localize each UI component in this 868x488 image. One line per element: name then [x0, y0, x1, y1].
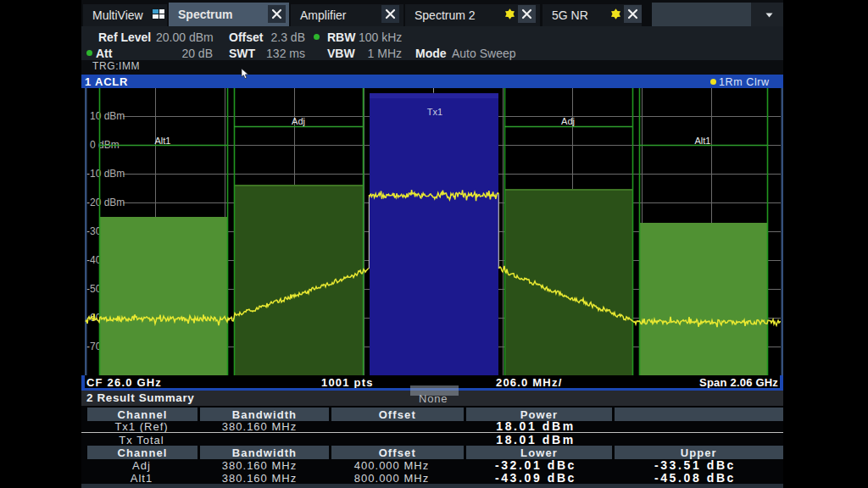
svg-text:Alt1: Alt1	[155, 136, 171, 146]
svg-text:Adj: Adj	[292, 116, 305, 126]
svg-text:-20 dBm: -20 dBm	[86, 197, 125, 208]
svg-text:Alt1: Alt1	[695, 136, 711, 146]
svg-text:Adj: Adj	[561, 116, 575, 126]
svg-text:Tx1: Tx1	[427, 107, 442, 117]
svg-text:10 dBm: 10 dBm	[90, 110, 125, 122]
svg-text:-10 dBm: -10 dBm	[86, 168, 125, 180]
